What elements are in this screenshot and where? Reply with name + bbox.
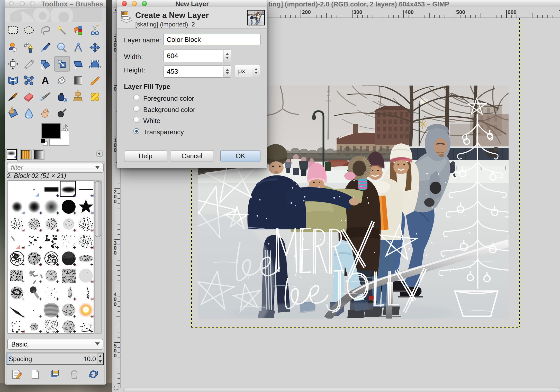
svg-text:A: A bbox=[42, 75, 49, 86]
svg-text:400: 400 bbox=[405, 9, 414, 15]
svg-text:Spacing: Spacing bbox=[9, 355, 32, 362]
svg-text:10.0: 10.0 bbox=[83, 355, 96, 362]
svg-text:0: 0 bbox=[114, 147, 117, 153]
svg-text:0: 0 bbox=[114, 250, 117, 256]
svg-text:0: 0 bbox=[114, 198, 117, 204]
svg-text:0: 0 bbox=[114, 86, 117, 92]
svg-text:200: 200 bbox=[302, 9, 311, 15]
svg-text:filter: filter bbox=[11, 164, 23, 171]
svg-text:700: 700 bbox=[559, 9, 560, 15]
svg-text:300: 300 bbox=[353, 9, 362, 15]
svg-text:500: 500 bbox=[456, 9, 465, 15]
svg-text:2. Block 02 (51 × 21): 2. Block 02 (51 × 21) bbox=[6, 172, 66, 179]
svg-text:0: 0 bbox=[114, 301, 117, 307]
svg-text:0: 0 bbox=[114, 47, 117, 53]
svg-text:600: 600 bbox=[508, 9, 517, 15]
svg-text:Basic,: Basic, bbox=[11, 341, 29, 348]
svg-text:0: 0 bbox=[114, 352, 117, 358]
